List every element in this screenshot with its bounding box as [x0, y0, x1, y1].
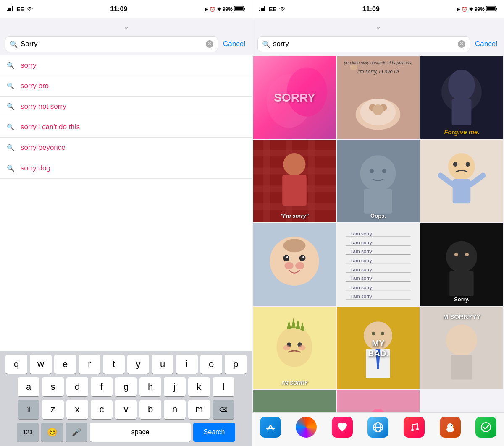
key-t[interactable]: t [103, 355, 125, 374]
gif-item[interactable]: I am sorry I am sorry I am sorry I am so… [337, 223, 420, 306]
tab-green-icon[interactable] [475, 417, 496, 438]
tab-heart-icon[interactable] [332, 417, 353, 438]
search-input-wrapper-left[interactable]: 🔍 ✕ [5, 36, 218, 52]
tab-games-icon[interactable] [296, 417, 317, 438]
key-r[interactable]: r [79, 355, 100, 374]
gif-item[interactable]: Oops. [337, 140, 420, 222]
search-bar-right[interactable]: 🔍 ✕ Cancel [252, 33, 504, 55]
tab-globe-icon[interactable] [368, 417, 388, 438]
gif-item[interactable]: M SORRYYY [420, 307, 503, 389]
key-emoji[interactable]: 😊 [41, 423, 63, 442]
gif-text-im-sorry-cartoon: I'M SORRY [253, 380, 336, 386]
battery-icon-right [486, 6, 497, 13]
time-right: 11:09 [362, 5, 380, 13]
key-q[interactable]: q [5, 355, 27, 374]
clear-button-left[interactable]: ✕ [206, 40, 213, 48]
search-input-left[interactable] [21, 40, 203, 48]
gif-grid-container[interactable]: SORRY you lose sixty seconds of [252, 55, 504, 412]
key-g[interactable]: g [115, 377, 137, 396]
gif-item[interactable]: you lose sixty seconds of happiness. I'm… [337, 56, 420, 139]
key-i[interactable]: i [176, 355, 198, 374]
suggestion-list: 🔍 sorry 🔍 sorry bro 🔍 sorry not sorry 🔍 … [0, 55, 252, 351]
svg-text:I am sorry: I am sorry [350, 284, 372, 290]
svg-point-88 [283, 345, 290, 351]
gif-item[interactable] [253, 223, 336, 306]
key-y[interactable]: y [127, 355, 149, 374]
right-panel: EE 11:09 ▶ ⏰ ✱ 99% [252, 0, 504, 446]
keyboard-row-3: ⇧ z x c v b n m ⌫ [1, 400, 251, 419]
key-m[interactable]: m [188, 400, 210, 419]
key-s[interactable]: s [42, 377, 64, 396]
cancel-button-right[interactable]: Cancel [473, 40, 499, 48]
key-z[interactable]: z [42, 400, 64, 419]
key-b[interactable]: b [139, 400, 161, 419]
search-input-wrapper-right[interactable]: 🔍 ✕ [257, 36, 470, 52]
search-button[interactable]: Search [193, 423, 235, 442]
gif-item[interactable] [253, 390, 336, 412]
gif-item[interactable]: MYBAD. [337, 307, 420, 389]
key-p[interactable]: p [225, 355, 247, 374]
svg-rect-36 [282, 175, 307, 206]
alarm-icon-right: ⏰ [462, 7, 467, 12]
tab-appstore-icon[interactable] [260, 417, 281, 438]
svg-rect-44 [453, 179, 471, 204]
svg-point-54 [302, 256, 304, 258]
list-item[interactable]: 🔍 sorry [0, 55, 252, 76]
list-item[interactable]: 🔍 sorry dog [0, 158, 252, 179]
svg-rect-7 [259, 10, 260, 11]
gif-item[interactable]: Sorry. [420, 223, 503, 306]
search-icon-s1: 🔍 [7, 62, 15, 69]
key-u[interactable]: u [152, 355, 173, 374]
list-item[interactable]: 🔍 sorry beyonce [0, 138, 252, 158]
battery-pct-right: 99% [475, 6, 485, 12]
key-delete[interactable]: ⌫ [213, 400, 234, 419]
key-space[interactable]: space [90, 423, 191, 442]
gif-item[interactable]: Forgive me. [420, 56, 503, 139]
svg-point-46 [466, 162, 470, 167]
key-k[interactable]: k [188, 377, 210, 396]
key-a[interactable]: a [18, 377, 39, 396]
keyboard-row-4: 123 😊 🎤 space Search [1, 423, 251, 442]
key-shift[interactable]: ⇧ [18, 400, 39, 419]
gif-item[interactable]: SORRY [253, 56, 336, 139]
gif-item[interactable]: "I'm sorry" [253, 140, 336, 222]
svg-point-41 [382, 169, 387, 173]
key-v[interactable]: v [115, 400, 137, 419]
svg-rect-26 [452, 99, 472, 125]
search-input-right[interactable] [273, 40, 455, 48]
svg-point-117 [411, 429, 414, 431]
key-l[interactable]: l [213, 377, 234, 396]
clear-button-right[interactable]: ✕ [458, 40, 465, 48]
list-item[interactable]: 🔍 sorry i can't do this [0, 117, 252, 138]
svg-point-35 [283, 153, 305, 175]
key-mic[interactable]: 🎤 [66, 423, 87, 442]
key-o[interactable]: o [200, 355, 222, 374]
header-area-left: ⌄ [0, 18, 252, 33]
suggestion-text-s3: sorry not sorry [21, 102, 66, 111]
gif-item[interactable] [420, 140, 503, 222]
key-f[interactable]: f [91, 377, 113, 396]
search-bar-left[interactable]: 🔍 ✕ Cancel [0, 33, 252, 55]
carrier-right: EE [269, 6, 277, 13]
key-h[interactable]: h [139, 377, 161, 396]
cancel-button-left[interactable]: Cancel [221, 40, 247, 48]
key-n[interactable]: n [164, 400, 186, 419]
svg-point-45 [453, 162, 458, 167]
list-item[interactable]: 🔍 sorry not sorry [0, 97, 252, 117]
svg-rect-99 [253, 390, 336, 412]
svg-point-55 [285, 262, 294, 269]
list-item[interactable]: 🔍 sorry bro [0, 76, 252, 97]
key-d[interactable]: d [66, 377, 88, 396]
key-x[interactable]: x [66, 400, 88, 419]
key-w[interactable]: w [30, 355, 52, 374]
key-c[interactable]: c [91, 400, 113, 419]
key-j[interactable]: j [164, 377, 186, 396]
tab-music-icon[interactable] [404, 417, 425, 438]
key-numbers[interactable]: 123 [17, 423, 39, 442]
gif-item[interactable] [337, 390, 420, 412]
key-e[interactable]: e [54, 355, 76, 374]
tab-duck-icon[interactable] [440, 417, 461, 438]
gif-item[interactable]: I'M SORRY [253, 307, 336, 389]
svg-point-120 [446, 427, 454, 432]
svg-text:I am sorry: I am sorry [350, 231, 372, 236]
